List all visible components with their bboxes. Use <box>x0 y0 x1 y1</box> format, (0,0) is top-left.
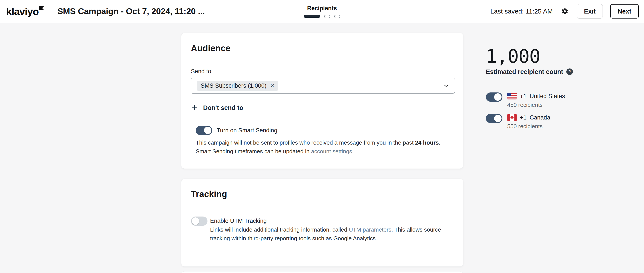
desc-bold-hours: 24 hours <box>415 139 439 146</box>
country-info: +1 United States 450 recipients <box>507 92 565 108</box>
audience-title: Audience <box>191 43 454 53</box>
country-dial-code: +1 <box>520 92 527 100</box>
desc-segment: This campaign will not be sent to profil… <box>196 139 415 146</box>
step-pill-2 <box>324 15 330 18</box>
desc-segment: tracking within third-party reporting to… <box>210 235 377 242</box>
chevron-down-icon <box>443 82 450 89</box>
audience-card: Audience Send to SMS Subscribers (1,000)… <box>181 33 463 169</box>
settings-button[interactable] <box>560 7 570 16</box>
smart-sending-toggle[interactable] <box>196 126 212 135</box>
last-saved-text: Last saved: 11:25 AM <box>490 8 553 15</box>
desc-segment: Smart Sending timeframes can be updated … <box>196 148 311 155</box>
help-icon[interactable]: ? <box>566 68 573 75</box>
desc-segment: . <box>352 148 354 155</box>
chip-remove-icon[interactable]: × <box>270 82 274 89</box>
smart-sending-row: Turn on Smart Sending <box>196 126 454 135</box>
next-section-card-top <box>181 271 463 273</box>
send-to-combobox[interactable]: SMS Subscribers (1,000) × <box>191 78 455 94</box>
dont-send-to-button[interactable]: Don't send to <box>191 103 243 112</box>
step-pill-row <box>304 15 340 18</box>
recipient-count-panel: 1,000 Estimated recipient count ? +1 Uni… <box>486 47 626 130</box>
dont-send-to-label: Don't send to <box>203 104 243 111</box>
country-row-canada: +1 Canada 550 recipients <box>486 114 626 130</box>
country-top: +1 United States <box>507 92 565 100</box>
campaign-title: SMS Campaign - Oct 7, 2024, 11:20 ... <box>58 6 205 16</box>
smart-sending-label: Turn on Smart Sending <box>217 127 277 134</box>
tracking-title: Tracking <box>191 189 454 199</box>
desc-segment: . <box>439 139 440 146</box>
step-pill-3 <box>334 15 340 18</box>
canada-toggle[interactable] <box>486 114 502 123</box>
klaviyo-flag-icon <box>39 6 44 11</box>
gear-icon <box>561 8 568 15</box>
count-label: Estimated recipient count <box>486 68 563 75</box>
country-info: +1 Canada 550 recipients <box>507 114 550 130</box>
progress-steps: Recipients <box>304 0 340 23</box>
utm-parameters-link[interactable]: UTM parameters <box>349 226 391 233</box>
estimated-recipient-count: 1,000 <box>486 47 626 65</box>
toggle-knob <box>494 115 502 122</box>
send-to-label: Send to <box>191 68 454 75</box>
tracking-card: Tracking Enable UTM Tracking Links will … <box>181 179 463 267</box>
toggle-knob <box>494 93 502 101</box>
top-bar-right: Last saved: 11:25 AM Exit Next <box>490 4 639 18</box>
country-recipient-count: 450 recipients <box>507 102 565 108</box>
klaviyo-logo[interactable]: klaviyo <box>6 6 44 16</box>
united-states-toggle[interactable] <box>486 92 502 102</box>
current-step-label: Recipients <box>307 5 337 12</box>
utm-description: Links will include additional tracking i… <box>210 225 441 243</box>
country-top: +1 Canada <box>507 114 550 121</box>
country-dial-code: +1 <box>520 114 527 121</box>
smart-sending-description: This campaign will not be sent to profil… <box>196 138 454 156</box>
audience-chip: SMS Subscribers (1,000) × <box>197 81 278 91</box>
step-pill-active <box>304 15 320 18</box>
account-settings-link[interactable]: account settings <box>311 148 352 155</box>
country-name: Canada <box>530 114 550 121</box>
count-label-row: Estimated recipient count ? <box>486 68 626 75</box>
utm-text-block: Enable UTM Tracking Links will include a… <box>210 217 441 243</box>
audience-chip-label: SMS Subscribers (1,000) <box>201 82 266 89</box>
toggle-knob <box>204 127 212 134</box>
next-button[interactable]: Next <box>610 4 639 18</box>
country-row-united-states: +1 United States 450 recipients <box>486 92 626 108</box>
plus-icon <box>191 104 198 111</box>
smart-sending-section: Turn on Smart Sending This campaign will… <box>196 126 454 156</box>
desc-segment: Links will include additional tracking i… <box>210 226 349 233</box>
top-bar: klaviyo SMS Campaign - Oct 7, 2024, 11:2… <box>0 0 644 23</box>
exit-button[interactable]: Exit <box>577 4 603 18</box>
utm-tracking-label: Enable UTM Tracking <box>210 217 441 225</box>
klaviyo-logo-text: klaviyo <box>6 6 38 16</box>
country-recipient-count: 550 recipients <box>507 123 550 130</box>
us-flag-icon <box>507 93 517 99</box>
canada-flag-icon <box>507 114 517 121</box>
utm-tracking-toggle[interactable] <box>191 217 208 226</box>
toggle-knob <box>192 217 199 225</box>
utm-tracking-row: Enable UTM Tracking Links will include a… <box>191 217 454 243</box>
desc-segment: . This allows source <box>391 226 441 233</box>
country-name: United States <box>530 92 565 100</box>
